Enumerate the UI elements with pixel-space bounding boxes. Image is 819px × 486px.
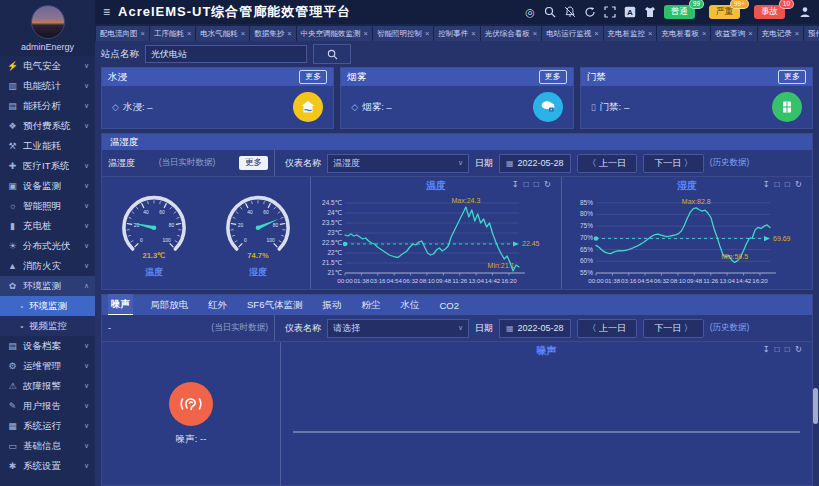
page-tab[interactable]: ● 充电桩看板 × (657, 26, 710, 41)
sensor-tab[interactable]: 水位 (397, 295, 422, 315)
sidebar-item[interactable]: ⚙ 运维管理 ∨ (0, 356, 95, 376)
bell-off-icon[interactable] (564, 6, 576, 18)
close-icon[interactable]: × (141, 29, 145, 38)
page-tab[interactable]: ● 收益查询 × (711, 26, 756, 41)
menu-toggle-icon[interactable]: ≡ (103, 5, 110, 19)
page-tab[interactable]: ● 预付费看板 × (804, 26, 819, 41)
prev-day-button[interactable]: 〈 上一日 (577, 319, 638, 338)
more-button[interactable]: 更多 (239, 156, 268, 170)
sidebar-item[interactable]: ▣ 设备监测 ∨ (0, 176, 95, 196)
sidebar-item[interactable]: ☼ 智能照明 ∨ (0, 196, 95, 216)
data-view-icon[interactable]: □ (785, 180, 790, 188)
date-picker[interactable]: ▦ 2022-05-28 (499, 319, 571, 338)
sidebar-item[interactable]: ▲ 消防火灾 ∨ (0, 256, 95, 276)
alarm-badge[interactable]: 严重 99+ (709, 5, 740, 19)
history-data-link[interactable]: (历史数据) (710, 322, 750, 334)
magic-type-icon[interactable]: □ (775, 345, 780, 353)
close-icon[interactable]: × (287, 29, 291, 38)
save-image-icon[interactable]: ↧ (511, 180, 518, 188)
page-tab[interactable]: ● 充电桩监控 × (604, 26, 657, 41)
meter-select[interactable]: 温湿度 ∨ (327, 154, 469, 173)
sidebar-item[interactable]: ✱ 系统设置 ∨ (0, 456, 95, 476)
sidebar-item[interactable]: ▤ 设备档案 ∨ (0, 336, 95, 356)
user-icon[interactable] (799, 6, 811, 18)
sidebar-item[interactable]: • 视频监控 (0, 316, 95, 336)
close-icon[interactable]: × (471, 29, 475, 38)
fullscreen-icon[interactable] (604, 6, 616, 18)
sensor-tab[interactable]: 振动 (319, 295, 344, 315)
page-tab[interactable]: ● 充电记录 × (758, 26, 803, 41)
close-icon[interactable]: × (795, 29, 799, 38)
prev-day-button[interactable]: 〈 上一日 (577, 154, 638, 173)
page-tab[interactable]: ● 光伏综合看板 × (481, 26, 541, 41)
sidebar-item[interactable]: ✿ 环境监测 ∧ (0, 276, 95, 296)
close-icon[interactable]: × (594, 29, 598, 38)
save-image-icon[interactable]: ↧ (762, 345, 769, 353)
more-button[interactable]: 更多 (539, 70, 567, 84)
page-tab-label: 收益查询 (715, 29, 745, 39)
next-day-button[interactable]: 下一日 〉 (643, 319, 704, 338)
sidebar-item[interactable]: ▦ 系统运行 ∨ (0, 416, 95, 436)
sensor-tab[interactable]: CO2 (436, 295, 462, 315)
page-tab[interactable]: ● 配电流向图 × (96, 26, 149, 41)
scrollbar-thumb[interactable] (813, 388, 818, 424)
theme-icon[interactable] (644, 6, 656, 18)
sidebar-item[interactable]: ▭ 基础信息 ∨ (0, 436, 95, 456)
page-tab[interactable]: ● 工序能耗 × (150, 26, 195, 41)
sensor-tab[interactable]: 红外 (205, 295, 230, 315)
avatar[interactable] (31, 5, 65, 39)
sidebar-item[interactable]: ⚠ 故障报警 ∨ (0, 376, 95, 396)
sidebar-item[interactable]: ▤ 能耗分析 ∨ (0, 96, 95, 116)
sidebar-item[interactable]: ▥ 电能统计 ∨ (0, 76, 95, 96)
magic-type-icon[interactable]: □ (775, 180, 780, 188)
data-view-icon[interactable]: □ (534, 180, 539, 188)
restore-icon[interactable]: ↻ (544, 180, 551, 188)
sidebar-item[interactable]: ❖ 预付费系统 ∨ (0, 116, 95, 136)
close-icon[interactable]: × (364, 29, 368, 38)
sidebar-item[interactable]: ☀ 分布式光伏 ∨ (0, 236, 95, 256)
date-picker[interactable]: ▦ 2022-05-28 (499, 154, 571, 173)
sensor-tab[interactable]: 局部放电 (147, 295, 191, 315)
sidebar-item[interactable]: ▮ 充电桩 ∨ (0, 216, 95, 236)
close-icon[interactable]: × (748, 29, 752, 38)
page-tab[interactable]: ● 智能照明控制 × (373, 26, 433, 41)
record-icon[interactable]: ◎ (524, 6, 536, 18)
history-data-link[interactable]: (历史数据) (710, 157, 750, 169)
more-button[interactable]: 更多 (299, 70, 327, 84)
refresh-icon[interactable] (584, 6, 596, 18)
close-icon[interactable]: × (702, 29, 706, 38)
page-tab[interactable]: ● 电站运行监视 × (542, 26, 602, 41)
close-icon[interactable]: × (241, 29, 245, 38)
alarm-badge[interactable]: 事故 10 (754, 5, 785, 19)
sidebar-item[interactable]: ✎ 用户报告 ∨ (0, 396, 95, 416)
restore-icon[interactable]: ↻ (795, 345, 802, 353)
page-tab[interactable]: ● 电水气能耗 × (196, 26, 249, 41)
page-tab[interactable]: ● 中央空调能效监测 × (297, 26, 372, 41)
alarm-badge[interactable]: 普通 99 (664, 5, 695, 19)
sidebar-item[interactable]: ⚒ 工业能耗 (0, 136, 95, 156)
meter-select[interactable]: 请选择 ∨ (327, 319, 469, 338)
page-tab[interactable]: ● 控制事件 × (434, 26, 479, 41)
sensor-tab[interactable]: 粉尘 (358, 295, 383, 315)
sensor-tab[interactable]: 噪声 (108, 294, 133, 316)
sidebar-item[interactable]: ⚡ 电气安全 ∨ (0, 56, 95, 76)
site-name-input[interactable] (145, 45, 307, 63)
search-icon[interactable] (544, 6, 556, 18)
restore-icon[interactable]: ↻ (795, 180, 802, 188)
close-icon[interactable]: × (425, 29, 429, 38)
page-tab[interactable]: ● 数据集抄 × (250, 26, 295, 41)
sidebar-item[interactable]: • 环境监测 (0, 296, 95, 316)
more-button[interactable]: 更多 (778, 70, 806, 84)
data-view-icon[interactable]: □ (785, 345, 790, 353)
save-image-icon[interactable]: ↧ (762, 180, 769, 188)
close-icon[interactable]: × (533, 29, 537, 38)
close-icon[interactable]: × (648, 29, 652, 38)
site-search-button[interactable] (313, 44, 351, 64)
magic-type-icon[interactable]: □ (524, 180, 529, 188)
svg-text:09:48: 09:48 (687, 277, 703, 284)
sidebar-item[interactable]: ✚ 医疗IT系统 ∨ (0, 156, 95, 176)
close-icon[interactable]: × (187, 29, 191, 38)
translate-icon[interactable]: A (624, 6, 636, 18)
sensor-tab[interactable]: SF6气体监测 (244, 295, 305, 315)
next-day-button[interactable]: 下一日 〉 (643, 154, 704, 173)
